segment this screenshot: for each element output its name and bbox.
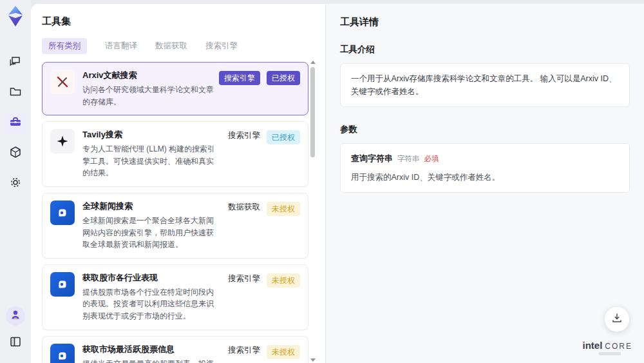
- category-label: 数据获取: [228, 202, 260, 213]
- category-label: 搜索引擎: [228, 273, 260, 284]
- tool-card-sector-performance[interactable]: 获取股市各行业表现 提供股票市场各个行业在特定时间段内的表现。投资者可以利用这些…: [42, 264, 308, 330]
- arxiv-logo-icon: [50, 70, 75, 94]
- tool-desc: 访问各个研究领域大量科学论文和文章的存储库。: [82, 84, 219, 108]
- tool-card-active-stocks[interactable]: 获取市场最活跃股票信息 提供当天交易量最高的股票列表，投资者可以利用这些信息来识…: [42, 336, 308, 363]
- category-label: 搜索引擎: [228, 130, 260, 141]
- tool-desc: 提供当天交易量最高的股票列表，投资者可以利用这些信息来识别流动性强的股票和潜在的…: [82, 358, 221, 363]
- category-tabs: 所有类别 语言翻译 数据获取 搜索引擎: [42, 38, 325, 54]
- sidebar-item-packages[interactable]: [5, 142, 26, 164]
- page-title: 工具集: [42, 15, 325, 28]
- status-badge: 未授权: [267, 202, 300, 216]
- download-button[interactable]: [604, 306, 630, 332]
- param-desc: 用于搜索的Arxiv ID、关键字或作者姓名。: [351, 171, 619, 184]
- list-scrollbar[interactable]: [310, 61, 316, 362]
- app-logo-icon: [5, 5, 26, 27]
- stock-logo-icon: [50, 272, 75, 297]
- params-heading: 参数: [340, 124, 630, 135]
- panel-layout-icon: [8, 335, 23, 351]
- status-badge: 已授权: [267, 71, 300, 85]
- tool-card-global-news[interactable]: 全球新闻搜索 全球新闻搜索是一个聚合全球各大新闻网站内容的搜索引擎，帮助用户快速…: [42, 193, 308, 259]
- tab-data-fetch[interactable]: 数据获取: [155, 38, 187, 54]
- tool-name: Arxiv文献搜索: [82, 70, 219, 81]
- scroll-up-icon[interactable]: [310, 61, 316, 64]
- stock-logo-icon: [50, 344, 75, 363]
- tool-desc: 全球新闻搜索是一个聚合全球各大新闻网站内容的搜索引擎，帮助用户快速获取全球最新资…: [82, 215, 221, 251]
- folder-icon: [8, 84, 23, 101]
- intro-text: 一个用于从Arxiv存储库搜索科学论文和文章的工具。 输入可以是Arxiv ID…: [351, 74, 617, 96]
- sidebar-item-files[interactable]: [5, 82, 26, 104]
- toolbox-icon: [8, 115, 23, 132]
- intro-card: 一个用于从Arxiv存储库搜索科学论文和文章的工具。 输入可以是Arxiv ID…: [340, 63, 630, 107]
- tool-name: 获取市场最活跃股票信息: [82, 344, 228, 355]
- param-name: 查询字符串: [351, 152, 393, 166]
- sidebar-item-chat[interactable]: [5, 52, 26, 74]
- status-badge: 已授权: [267, 130, 300, 144]
- sidebar-item-user[interactable]: [6, 306, 25, 326]
- main-content: 工具集 所有类别 语言翻译 数据获取 搜索引擎 Arxiv文献搜索 访问各个研究…: [31, 4, 644, 363]
- detail-title: 工具详情: [340, 16, 630, 28]
- tool-desc: 专为人工智能代理 (LLM) 构建的搜索引擎工具。可快速提供实时、准确和真实的结…: [82, 143, 221, 179]
- tool-name: 全球新闻搜索: [82, 201, 228, 212]
- user-icon: [10, 309, 21, 323]
- param-required-flag: 必填: [424, 153, 439, 164]
- param-type: 字符串: [397, 153, 420, 164]
- app-sidebar: [0, 0, 31, 363]
- sidebar-item-collapse[interactable]: [5, 332, 26, 354]
- intro-heading: 工具介绍: [340, 44, 630, 55]
- sidebar-item-tools[interactable]: [5, 112, 26, 134]
- tool-card-arxiv[interactable]: Arxiv文献搜索 访问各个研究领域大量科学论文和文章的存储库。 搜索引擎 已授…: [42, 62, 308, 115]
- param-card: 查询字符串 字符串 必填 用于搜索的Arxiv ID、关键字或作者姓名。: [340, 143, 630, 193]
- cube-icon: [8, 145, 23, 162]
- status-badge: 未授权: [267, 345, 300, 359]
- category-badge: 搜索引擎: [219, 71, 260, 85]
- intel-sub-badge: [599, 352, 621, 355]
- tool-desc: 提供股票市场各个行业在特定时间段内的表现。投资者可以利用这些信息来识别表现优于或…: [82, 286, 221, 322]
- category-label: 搜索引擎: [228, 345, 260, 356]
- tool-detail-panel: 工具详情 工具介绍 一个用于从Arxiv存储库搜索科学论文和文章的工具。 输入可…: [325, 4, 644, 363]
- core-wordmark: CORE: [605, 342, 632, 350]
- tool-name: 获取股市各行业表现: [82, 272, 228, 284]
- intel-wordmark: intel: [582, 340, 602, 350]
- status-badge: 未授权: [267, 273, 300, 288]
- tab-search-engine[interactable]: 搜索引擎: [205, 38, 238, 54]
- scrollbar-thumb[interactable]: [310, 67, 315, 157]
- tool-name: Tavily搜索: [82, 129, 228, 141]
- chat-icon: [8, 54, 23, 71]
- tool-card-tavily[interactable]: Tavily搜索 专为人工智能代理 (LLM) 构建的搜索引擎工具。可快速提供实…: [42, 121, 308, 187]
- tool-list: Arxiv文献搜索 访问各个研究领域大量科学论文和文章的存储库。 搜索引擎 已授…: [42, 62, 308, 363]
- tab-language-translation[interactable]: 语言翻译: [105, 38, 137, 54]
- tab-all-categories[interactable]: 所有类别: [42, 38, 87, 54]
- scroll-down-icon[interactable]: [310, 358, 316, 362]
- tools-list-panel: 工具集 所有类别 语言翻译 数据获取 搜索引擎 Arxiv文献搜索 访问各个研究…: [31, 4, 325, 363]
- gear-icon: [8, 175, 23, 192]
- tavily-star-icon: [50, 129, 75, 153]
- news-logo-icon: [50, 201, 75, 225]
- download-icon: [611, 311, 623, 327]
- intel-core-logo: intel CORE: [582, 340, 632, 355]
- sidebar-item-settings[interactable]: [5, 173, 26, 195]
